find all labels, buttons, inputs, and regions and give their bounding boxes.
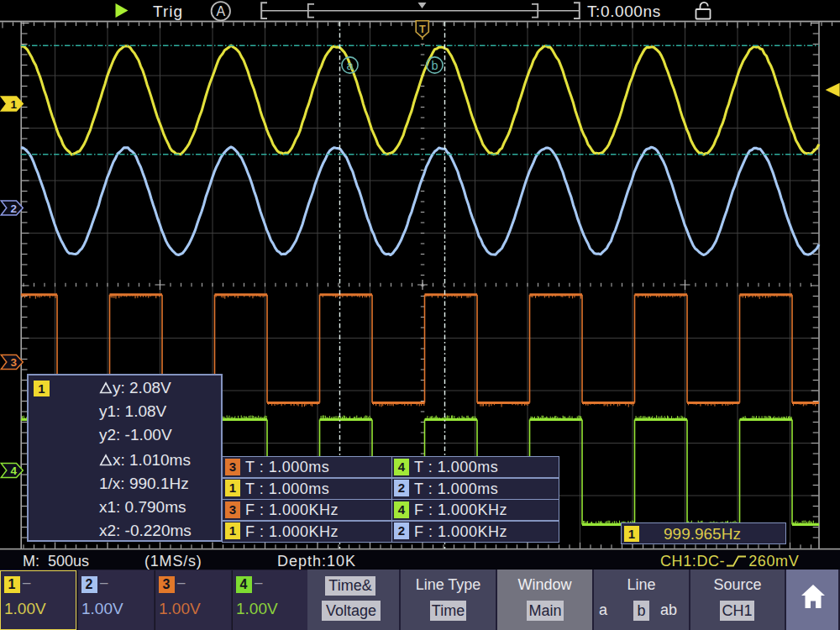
svg-text:3: 3 [10, 356, 17, 369]
svg-text:2: 2 [10, 202, 17, 215]
svg-text:A: A [216, 4, 225, 18]
svg-text:1: 1 [10, 98, 17, 111]
svg-text:T: T [419, 24, 426, 35]
svg-text:a: a [346, 59, 354, 72]
svg-text:4: 4 [10, 465, 17, 477]
svg-text:b: b [431, 59, 438, 72]
